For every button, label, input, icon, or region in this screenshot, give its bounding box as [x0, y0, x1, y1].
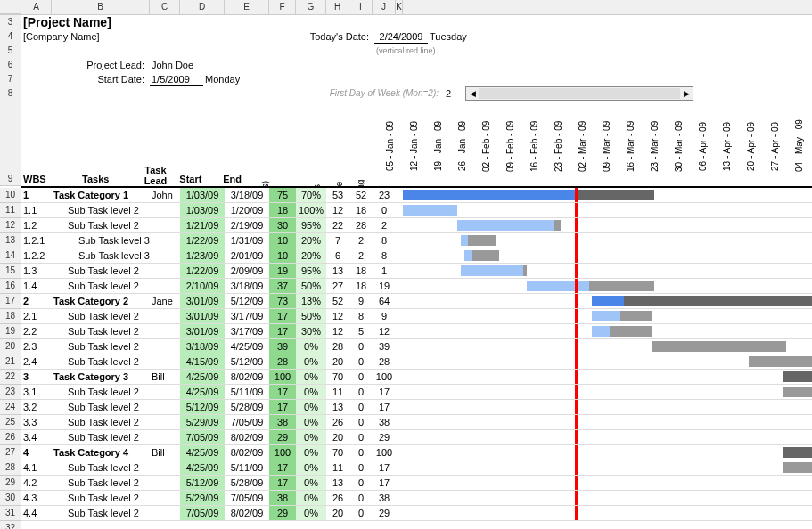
cell-wd[interactable]: 7	[326, 233, 349, 248]
scroll-track[interactable]	[479, 88, 680, 99]
cell-end[interactable]: 4/25/09	[225, 339, 269, 354]
cell-end[interactable]: 2/09/09	[225, 264, 269, 278]
week-date[interactable]: 09 - Mar - 09	[595, 106, 619, 186]
cell-end[interactable]: 5/11/09	[225, 385, 269, 399]
week-date[interactable]: 02 - Feb - 09	[475, 106, 499, 186]
cell-dc[interactable]: 0	[349, 460, 373, 475]
row-number[interactable]: 29	[0, 476, 21, 491]
cell-lead[interactable]	[150, 264, 180, 278]
cell-wd[interactable]: 12	[326, 309, 349, 323]
cell-dc[interactable]: 0	[349, 415, 373, 429]
cell-start[interactable]: 4/25/09	[180, 460, 225, 475]
cell-wd[interactable]: 22	[326, 218, 349, 232]
row-number[interactable]: 10	[0, 188, 21, 203]
col-letter[interactable]: K	[396, 0, 403, 14]
cell-end[interactable]: 5/28/09	[225, 400, 269, 414]
cell-lead[interactable]	[150, 476, 180, 490]
cell-wd[interactable]: 26	[326, 415, 349, 429]
cell-duration[interactable]: 10	[269, 233, 296, 248]
cell-task[interactable]: Sub Task level 2	[52, 324, 150, 338]
today-date[interactable]: 2/24/2009	[374, 29, 428, 44]
cell-wd[interactable]: 12	[326, 324, 349, 338]
cell-task[interactable]: Sub Task level 2	[52, 385, 150, 399]
cell-dc[interactable]: 52	[349, 188, 373, 202]
cell-pct[interactable]: 0%	[296, 354, 326, 369]
week-date[interactable]: 09 - Feb - 09	[499, 106, 523, 186]
cell-dr[interactable]: 23	[373, 188, 396, 202]
cell-dr[interactable]: 19	[373, 279, 396, 293]
row-number[interactable]: 26	[0, 430, 21, 445]
cell-wbs[interactable]: 3.1	[21, 385, 52, 399]
row-number[interactable]: 28	[0, 460, 21, 476]
col-letter[interactable]: I	[349, 0, 373, 14]
cell-pct[interactable]: 50%	[296, 309, 326, 323]
week-date[interactable]: 23 - Mar - 09	[644, 106, 668, 186]
cell-task[interactable]: Sub Task level 2	[52, 460, 150, 475]
cell-end[interactable]: 5/12/09	[225, 294, 269, 308]
col-letter[interactable]: C	[150, 0, 180, 14]
cell-duration[interactable]: 18	[269, 203, 296, 217]
cell-start[interactable]: 1/22/09	[180, 264, 225, 278]
cell-dr[interactable]: 28	[373, 354, 396, 369]
cell-lead[interactable]	[150, 415, 180, 429]
col-letter[interactable]: D	[180, 0, 225, 14]
col-letter[interactable]: B	[52, 0, 150, 14]
row-number[interactable]: 18	[0, 309, 21, 324]
cell-lead[interactable]: Jane	[150, 294, 180, 308]
cell-pct[interactable]: 70%	[296, 188, 326, 202]
cell-dr[interactable]: 29	[373, 506, 396, 520]
cell-pct[interactable]: 0%	[296, 370, 326, 384]
cell-lead[interactable]	[150, 248, 180, 263]
cell-task[interactable]: Sub Task level 2	[52, 339, 150, 354]
cell-wbs[interactable]: 1.3	[21, 264, 52, 278]
cell-wd[interactable]: 11	[326, 460, 349, 475]
cell-dc[interactable]: 2	[349, 248, 373, 263]
cell-duration[interactable]: 39	[269, 339, 296, 354]
week-date[interactable]: 16 - Feb - 09	[523, 106, 547, 186]
cell-wd[interactable]: 28	[326, 339, 349, 354]
week-date[interactable]: 06 - Apr - 09	[692, 106, 716, 186]
row-number[interactable]: 25	[0, 415, 21, 430]
cell-end[interactable]: 8/02/09	[225, 506, 269, 520]
cell-wbs[interactable]: 3.4	[21, 430, 52, 444]
cell-end[interactable]: 8/02/09	[225, 370, 269, 384]
cell-dc[interactable]: 0	[349, 339, 373, 354]
cell-wd[interactable]: 20	[326, 430, 349, 444]
cell-lead[interactable]	[150, 491, 180, 505]
cell-wbs[interactable]: 1.2.1	[21, 233, 52, 248]
col-letter[interactable]: E	[225, 0, 269, 14]
cell-dc[interactable]: 0	[349, 476, 373, 490]
cell-end[interactable]: 2/19/09	[225, 218, 269, 232]
cell-lead[interactable]	[150, 324, 180, 338]
cell-duration[interactable]: 17	[269, 400, 296, 414]
cell-start[interactable]: 7/05/09	[180, 430, 225, 444]
cell-start[interactable]: 1/21/09	[180, 218, 225, 232]
cell-wbs[interactable]: 1	[21, 188, 52, 202]
col-end[interactable]: End	[211, 172, 253, 186]
cell-pct[interactable]: 100%	[296, 203, 326, 217]
cell-duration[interactable]: 17	[269, 460, 296, 475]
cell-dc[interactable]: 8	[349, 309, 373, 323]
cell-dc[interactable]: 18	[349, 279, 373, 293]
cell-dr[interactable]: 39	[373, 339, 396, 354]
col-letter[interactable]: J	[373, 0, 396, 14]
cell-start[interactable]: 1/23/09	[180, 248, 225, 263]
cell-lead[interactable]	[150, 354, 180, 369]
row-number[interactable]: 12	[0, 218, 21, 233]
cell-duration[interactable]: 73	[269, 294, 296, 308]
cell-end[interactable]: 7/05/09	[225, 491, 269, 505]
fdw-value[interactable]: 2	[444, 86, 455, 101]
col-dc[interactable]: Days Complete	[329, 172, 350, 186]
cell-duration[interactable]: 38	[269, 491, 296, 505]
cell-task[interactable]: Sub Task level 2	[52, 218, 150, 232]
cell-lead[interactable]: Bill	[150, 370, 180, 384]
cell-dc[interactable]: 28	[349, 218, 373, 232]
col-lead[interactable]: Task Lead	[142, 165, 170, 186]
cell-wbs[interactable]: 1.1	[21, 203, 52, 217]
cell-dr[interactable]: 8	[373, 233, 396, 248]
cell-dr[interactable]: 12	[373, 324, 396, 338]
week-date[interactable]: 13 - Apr - 09	[716, 106, 740, 186]
cell-dc[interactable]: 0	[349, 491, 373, 505]
cell-start[interactable]: 5/29/09	[180, 415, 225, 429]
cell-dc[interactable]: 0	[349, 385, 373, 399]
